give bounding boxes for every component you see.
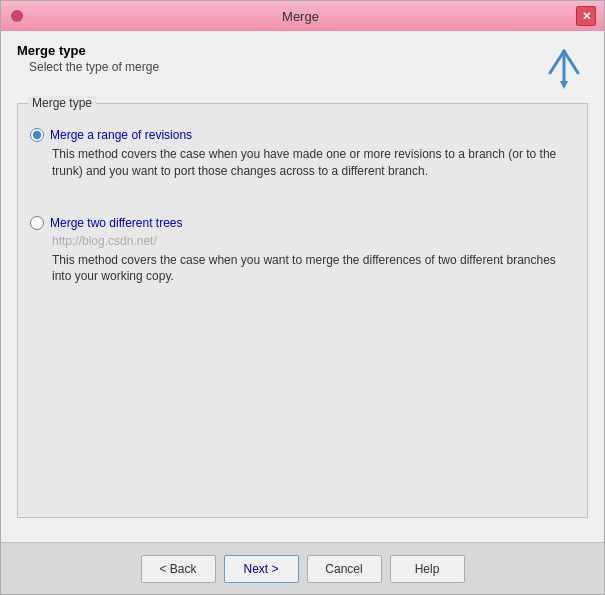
option-range-text: Merge a range of revisions [50, 128, 192, 142]
option-trees-radio[interactable] [30, 216, 44, 230]
footer: < Back Next > Cancel Help [1, 542, 604, 594]
svg-line-1 [550, 51, 564, 73]
separator [30, 180, 575, 200]
option-range-label[interactable]: Merge a range of revisions [30, 128, 575, 142]
header-text: Merge type Select the type of merge [17, 43, 159, 74]
window-title: Merge [25, 9, 576, 24]
group-box-label: Merge type [28, 96, 96, 110]
next-button[interactable]: Next > [224, 555, 299, 583]
content-area: Merge type Select the type of merge Merg… [1, 31, 604, 542]
close-button[interactable]: ✕ [576, 6, 596, 26]
title-bar-icon [9, 8, 25, 24]
option-trees-label[interactable]: Merge two different trees [30, 216, 575, 230]
svg-marker-4 [560, 81, 568, 89]
title-bar: Merge ✕ [1, 1, 604, 31]
header-title: Merge type [17, 43, 159, 58]
merge-dialog: Merge ✕ Merge type Select the type of me… [0, 0, 605, 595]
option-trees-text: Merge two different trees [50, 216, 183, 230]
svg-line-2 [564, 51, 578, 73]
watermark: http://blog.csdn.net/ [52, 234, 575, 248]
cancel-button[interactable]: Cancel [307, 555, 382, 583]
header-subtitle: Select the type of merge [29, 60, 159, 74]
option-range-radio[interactable] [30, 128, 44, 142]
option-trees: Merge two different trees http://blog.cs… [30, 216, 575, 286]
svg-point-0 [11, 10, 23, 22]
help-button[interactable]: Help [390, 555, 465, 583]
option-trees-description: This method covers the case when you wan… [52, 252, 575, 286]
back-button[interactable]: < Back [141, 555, 216, 583]
merge-type-group: Merge type Merge a range of revisions Th… [17, 103, 588, 518]
merge-icon [540, 43, 588, 91]
header-section: Merge type Select the type of merge [17, 43, 588, 91]
option-range-description: This method covers the case when you hav… [52, 146, 575, 180]
option-range: Merge a range of revisions This method c… [30, 128, 575, 180]
